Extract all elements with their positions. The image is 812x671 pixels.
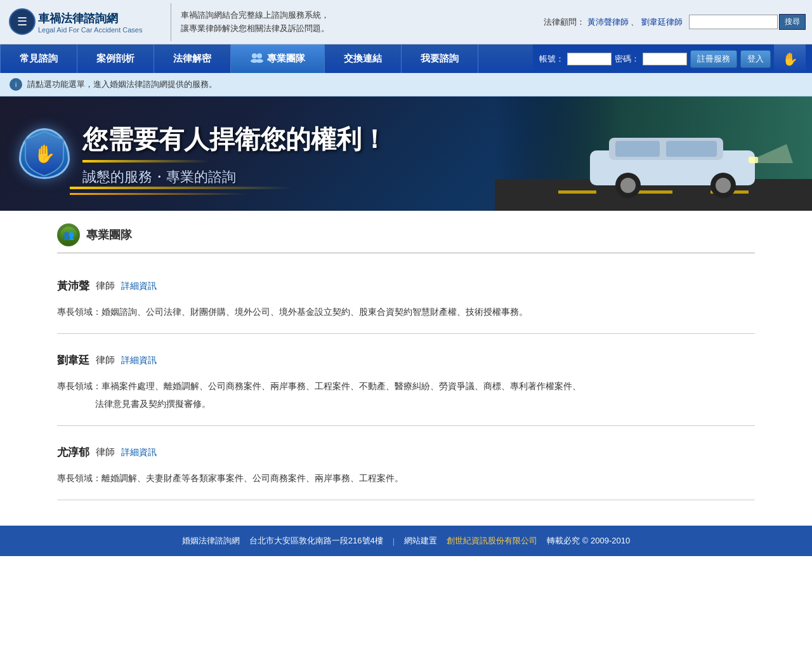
- hero-shield-icon: ✋: [19, 128, 70, 179]
- password-label: 密碼：: [615, 53, 639, 65]
- lawyer2-description-line1: 專長領域：車禍案件處理、離婚調解、公司商務案件、兩岸事務、工程案件、不動產、醫療…: [57, 377, 755, 395]
- account-label: 帳號：: [539, 53, 564, 65]
- footer-copyright: 轉載必究 © 2009-2010: [547, 535, 630, 547]
- site-subtitle: Legal Aid For Car Accident Cases: [38, 26, 142, 34]
- hero-banner: ✋ 您需要有人捍衛您的權利！ 誠懇的服務・專業的諮詢: [0, 96, 812, 211]
- site-title: 車禍法律諮詢網: [38, 11, 142, 26]
- nav-item-law[interactable]: 法律解密: [154, 44, 231, 73]
- main-content: 👥 專業團隊 黃沛聲 律師 詳細資訊 專長領域：婚姻諮詢、公司法律、財團併購、境…: [44, 223, 768, 500]
- nav-item-links[interactable]: 交換連結: [325, 44, 402, 73]
- logo-text: 車禍法律諮詢網 Legal Aid For Car Accident Cases: [38, 11, 142, 34]
- lawyer-name-row-2: 劉韋廷 律師 詳細資訊: [57, 353, 755, 368]
- advisor1-link[interactable]: 黃沛聲律師: [587, 17, 629, 27]
- nav-left: 常見諮詢 案例剖析 法律解密 專業團隊 交換連結 我要諮詢: [0, 44, 533, 73]
- lawyer3-detail-link[interactable]: 詳細資訊: [121, 447, 157, 458]
- logo-area: ☰ 車禍法律諮詢網 Legal Aid For Car Accident Cas…: [6, 3, 171, 41]
- info-bar: i 請點選功能選單，進入婚姻法律諮詢網提供的服務。: [0, 73, 812, 96]
- advisor-sep: 、: [631, 17, 639, 27]
- nav-item-consult[interactable]: 我要諮詢: [402, 44, 478, 73]
- logo-icon: ☰: [6, 6, 38, 38]
- lawyer2-detail-link[interactable]: 詳細資訊: [121, 355, 157, 366]
- svg-text:👥: 👥: [63, 230, 75, 241]
- section-icon: 👥: [57, 223, 80, 246]
- hero-title: 您需要有人捍衛您的權利！: [82, 122, 387, 157]
- nav-right: 帳號： 密碼： 註冊服務 登入 ✋: [533, 44, 812, 73]
- footer-builder-link[interactable]: 創世紀資訊股份有限公司: [447, 535, 537, 547]
- svg-rect-22: [749, 157, 758, 163]
- lawyer-name-row-3: 尤淳郁 律師 詳細資訊: [57, 445, 755, 460]
- svg-point-21: [716, 178, 731, 193]
- footer-built-label: 網站建置: [404, 535, 437, 547]
- nav-team-label: 專業團隊: [267, 53, 305, 65]
- legal-advisors-label: 法律顧問：: [544, 17, 585, 27]
- info-message: 請點選功能選單，進入婚姻法律諮詢網提供的服務。: [27, 79, 217, 90]
- section-header: 👥 專業團隊: [57, 223, 755, 253]
- svg-point-2: [252, 53, 257, 58]
- search-input[interactable]: [689, 15, 778, 29]
- svg-point-5: [256, 59, 263, 63]
- svg-rect-12: [634, 190, 672, 194]
- nav-item-faq[interactable]: 常見諮詢: [0, 44, 77, 73]
- nav-item-team[interactable]: 專業團隊: [231, 44, 325, 73]
- lawyer-section-1: 黃沛聲 律師 詳細資訊 專長領域：婚姻諮詢、公司法律、財團併購、境外公司、境外基…: [57, 266, 755, 334]
- footer-divider1: |: [393, 536, 395, 546]
- footer-inner: 婚姻法律諮詢網 台北市大安區敦化南路一段216號4樓 | 網站建置 創世紀資訊股…: [10, 535, 802, 547]
- tagline-line2: 讓專業律師解決您相關法律及訴訟問題。: [181, 22, 544, 36]
- hero-subtitle: 誠懇的服務・專業的諮詢: [82, 168, 387, 187]
- lawyer-section-2: 劉韋廷 律師 詳細資訊 專長領域：車禍案件處理、離婚調解、公司商務案件、兩岸事務…: [57, 340, 755, 426]
- login-button[interactable]: 登入: [740, 50, 771, 68]
- tagline-area: 車禍諮詢網結合完整線上諮詢服務系統， 讓專業律師解決您相關法律及訴訟問題。: [171, 9, 544, 36]
- svg-text:✋: ✋: [34, 143, 56, 164]
- lawyer3-title: 律師: [96, 446, 115, 458]
- decorative-hand-icon: ✋: [774, 44, 806, 73]
- lawyer3-name: 尤淳郁: [57, 445, 89, 460]
- svg-text:☰: ☰: [17, 15, 27, 28]
- section-title: 專業團隊: [86, 227, 132, 242]
- password-input[interactable]: [643, 53, 687, 65]
- search-button[interactable]: 搜尋: [779, 14, 806, 30]
- svg-rect-11: [558, 190, 596, 194]
- footer-site-name: 婚姻法律諮詢網: [182, 535, 240, 547]
- team-icon: [250, 52, 264, 65]
- svg-point-19: [620, 178, 636, 193]
- lawyer-section-3: 尤淳郁 律師 詳細資訊 專長領域：離婚調解、夫妻財產等各類家事案件、公司商務案件…: [57, 432, 755, 500]
- lawyer1-description: 專長領域：婚姻諮詢、公司法律、財團併購、境外公司、境外基金設立契約、股東合資契約…: [57, 303, 755, 321]
- navigation: 常見諮詢 案例剖析 法律解密 專業團隊 交換連結 我要諮詢 帳號： 密碼： 註冊…: [0, 44, 812, 73]
- lawyer-name-row-1: 黃沛聲 律師 詳細資訊: [57, 279, 755, 293]
- lawyer2-description-line2: 法律意見書及契約撰擬審修。: [57, 395, 755, 413]
- tagline-line1: 車禍諮詢網結合完整線上諮詢服務系統，: [181, 9, 544, 22]
- footer: 婚姻法律諮詢網 台北市大安區敦化南路一段216號4樓 | 網站建置 創世紀資訊股…: [0, 526, 812, 556]
- advisor2-link[interactable]: 劉韋廷律師: [641, 17, 683, 27]
- account-input[interactable]: [567, 53, 612, 65]
- svg-point-3: [257, 53, 262, 58]
- lawyer1-detail-link[interactable]: 詳細資訊: [121, 281, 157, 292]
- header: ☰ 車禍法律諮詢網 Legal Aid For Car Accident Cas…: [0, 0, 812, 44]
- lawyer2-name: 劉韋廷: [57, 353, 89, 368]
- legal-advisors: 法律顧問： 黃沛聲律師 、 劉韋廷律師: [544, 17, 683, 28]
- header-right: 法律顧問： 黃沛聲律師 、 劉韋廷律師 搜尋: [544, 14, 806, 30]
- hero-text: 您需要有人捍衛您的權利！ 誠懇的服務・專業的諮詢: [82, 122, 387, 187]
- lawyer1-title: 律師: [96, 280, 115, 292]
- svg-text:i: i: [15, 81, 16, 88]
- register-button[interactable]: 註冊服務: [690, 50, 737, 68]
- footer-address: 台北市大安區敦化南路一段216號4樓: [249, 535, 383, 547]
- svg-rect-17: [666, 141, 717, 157]
- search-area: 搜尋: [689, 14, 806, 30]
- svg-rect-16: [615, 141, 660, 157]
- lawyer2-title: 律師: [96, 354, 115, 366]
- lawyer3-description: 專長領域：離婚調解、夫妻財產等各類家事案件、公司商務案件、兩岸事務、工程案件。: [57, 469, 755, 487]
- nav-item-cases[interactable]: 案例剖析: [77, 44, 154, 73]
- lawyer1-name: 黃沛聲: [57, 279, 89, 293]
- info-icon: i: [10, 78, 22, 91]
